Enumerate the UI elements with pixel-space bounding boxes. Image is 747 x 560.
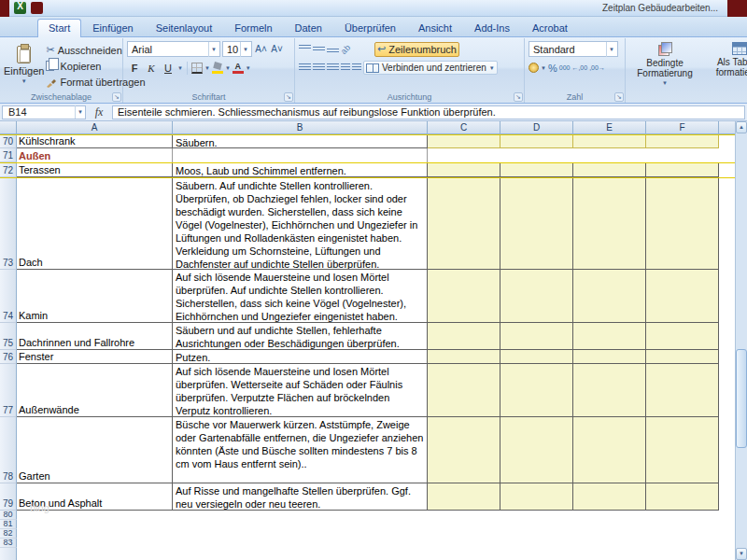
- row-number[interactable]: 78: [0, 417, 17, 483]
- empty-row[interactable]: [17, 529, 735, 539]
- row-number[interactable]: 76: [0, 350, 17, 364]
- cell-d74[interactable]: [500, 270, 573, 323]
- cell-d70[interactable]: [500, 135, 573, 148]
- increase-indent-icon[interactable]: [352, 63, 361, 72]
- bold-button[interactable]: F: [127, 61, 142, 76]
- cell-f72[interactable]: [646, 163, 719, 177]
- tab-daten[interactable]: Daten: [284, 19, 333, 36]
- cell-f75[interactable]: [646, 323, 719, 350]
- scroll-up-icon[interactable]: ▲: [736, 121, 747, 133]
- cell-c72[interactable]: [428, 163, 500, 177]
- dialog-launcher-icon[interactable]: ↘: [284, 92, 293, 102]
- cell-d72[interactable]: [500, 163, 573, 177]
- align-middle-icon[interactable]: [313, 47, 325, 51]
- tab-einfuegen[interactable]: Einfügen: [81, 19, 144, 36]
- cell-c79[interactable]: [428, 483, 500, 511]
- cell-f71[interactable]: [646, 148, 719, 162]
- tab-addins[interactable]: Add-Ins: [463, 19, 521, 36]
- dialog-launcher-icon[interactable]: ↘: [614, 92, 624, 102]
- row-number[interactable]: 77: [0, 364, 17, 417]
- quick-access-icon[interactable]: [31, 2, 43, 14]
- cell-b71[interactable]: [173, 148, 428, 162]
- scroll-down-icon[interactable]: ▼: [736, 548, 747, 560]
- cell-b74[interactable]: Auf sich lösende Mauersteine und losen M…: [173, 270, 428, 323]
- cell-a72[interactable]: Terassen: [17, 163, 173, 177]
- cell-f73[interactable]: [646, 178, 719, 270]
- cell-f78[interactable]: [646, 417, 719, 483]
- font-name-combo[interactable]: Arial ▼: [127, 41, 220, 57]
- cell-b73[interactable]: Säubern. Auf undichte Stellen kontrollie…: [173, 178, 428, 270]
- cell-d71[interactable]: [500, 148, 573, 162]
- cell-c71[interactable]: [428, 148, 500, 162]
- empty-row[interactable]: [17, 520, 735, 529]
- increase-decimal-icon[interactable]: ←,00: [571, 64, 587, 71]
- cell-d77[interactable]: [500, 364, 573, 417]
- cell-b72[interactable]: Moos, Laub und Schimmel entfernen.: [173, 163, 428, 177]
- scrollbar-thumb[interactable]: [736, 349, 747, 449]
- cell-a71[interactable]: Außen: [17, 148, 173, 162]
- row-number[interactable]: 73: [0, 178, 17, 270]
- underline-button[interactable]: U: [161, 61, 176, 76]
- conditional-formatting-button[interactable]: Bedingte Formatierung ▼: [629, 40, 700, 91]
- wrap-text-button[interactable]: ↩ Zeilenumbruch: [374, 42, 459, 57]
- cell-d79[interactable]: [500, 483, 573, 511]
- row-number[interactable]: 74: [0, 270, 17, 323]
- align-bottom-icon[interactable]: [327, 49, 339, 53]
- cell-c76[interactable]: [428, 350, 500, 364]
- cell-e78[interactable]: [573, 417, 646, 483]
- row-number[interactable]: 79: [0, 483, 17, 511]
- formula-input[interactable]: Eisenteile schmieren. Schliessmechanismu…: [112, 105, 745, 119]
- cell-b75[interactable]: Säubern und auf undichte Stellen, fehler…: [173, 323, 428, 350]
- cell-c75[interactable]: [428, 323, 500, 350]
- tab-start[interactable]: Start: [37, 19, 81, 37]
- cell-e75[interactable]: [573, 323, 646, 350]
- cell-b76[interactable]: Putzen.: [173, 350, 428, 364]
- cell-a78[interactable]: Garten: [17, 417, 173, 483]
- cell-c78[interactable]: [428, 417, 500, 483]
- paste-button[interactable]: Einfügen ▼: [4, 40, 44, 89]
- cell-e70[interactable]: [573, 135, 646, 148]
- cell-c70[interactable]: [428, 135, 500, 148]
- cell-e79[interactable]: [573, 483, 646, 511]
- cell-f77[interactable]: [646, 364, 719, 417]
- column-header-e[interactable]: E: [573, 121, 646, 134]
- align-right-icon[interactable]: [327, 63, 339, 72]
- empty-row[interactable]: [17, 511, 735, 520]
- name-box[interactable]: B14 ▼: [2, 105, 86, 119]
- fill-color-icon[interactable]: [212, 63, 223, 74]
- cell-d78[interactable]: [500, 417, 573, 483]
- row-number[interactable]: 75: [0, 323, 17, 350]
- cell-b78[interactable]: Büsche vor Mauerwerk kürzen. Aststümpfe,…: [173, 417, 428, 483]
- dropdown-arrow-icon[interactable]: ▼: [177, 65, 183, 71]
- dialog-launcher-icon[interactable]: ↘: [514, 92, 523, 102]
- row-number[interactable]: 82: [0, 529, 17, 539]
- column-header-f[interactable]: F: [646, 121, 719, 134]
- cell-e77[interactable]: [573, 364, 646, 417]
- dialog-launcher-icon[interactable]: ↘: [112, 92, 121, 102]
- cell-f70[interactable]: [646, 135, 719, 148]
- tab-ueberpruefen[interactable]: Überprüfen: [333, 19, 407, 36]
- decrease-decimal-icon[interactable]: ,00→: [589, 64, 605, 71]
- align-center-icon[interactable]: [313, 63, 325, 72]
- cell-c73[interactable]: [428, 178, 500, 270]
- borders-icon[interactable]: [191, 63, 203, 74]
- tab-acrobat[interactable]: Acrobat: [521, 19, 579, 36]
- tab-formeln[interactable]: Formeln: [223, 19, 283, 36]
- row-number[interactable]: 71: [0, 148, 17, 162]
- row-number[interactable]: 72: [0, 163, 17, 177]
- cell-f76[interactable]: [646, 350, 719, 364]
- cell-e72[interactable]: [573, 163, 646, 177]
- orientation-icon[interactable]: ab: [339, 42, 352, 55]
- cell-a75[interactable]: Dachrinnen und Fallrohre: [17, 323, 173, 350]
- vertical-scrollbar[interactable]: ▲ ▼: [735, 121, 747, 560]
- thousands-icon[interactable]: 000: [559, 64, 571, 71]
- row-number[interactable]: 83: [0, 539, 17, 548]
- percent-icon[interactable]: %: [548, 63, 557, 74]
- cell-a73[interactable]: Dach: [17, 178, 173, 270]
- dropdown-arrow-icon[interactable]: ▼: [204, 65, 210, 71]
- scrollbar-track[interactable]: [736, 133, 747, 548]
- cell-e74[interactable]: [573, 270, 646, 323]
- dropdown-arrow-icon[interactable]: ▼: [246, 65, 251, 71]
- row-number[interactable]: 81: [0, 520, 17, 529]
- column-header-c[interactable]: C: [428, 121, 500, 134]
